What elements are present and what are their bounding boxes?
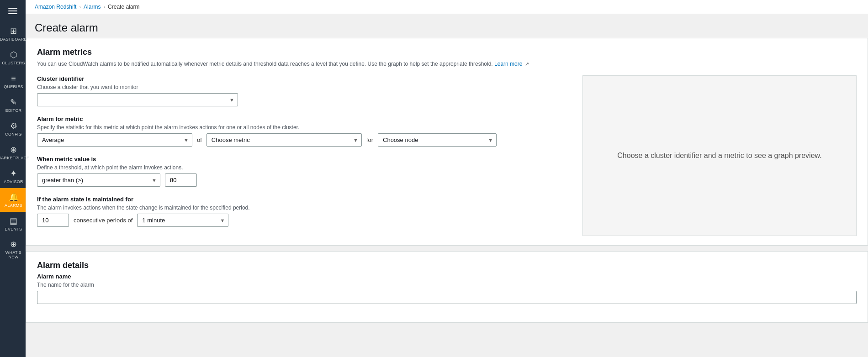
breadcrumb-current: Create alarm <box>108 4 139 10</box>
cluster-identifier-select[interactable] <box>37 93 238 106</box>
when-metric-label: When metric value is <box>37 156 573 163</box>
graph-placeholder-text: Choose a cluster identifier and a metric… <box>617 152 821 160</box>
when-metric-group: When metric value is Define a threshold,… <box>37 156 573 187</box>
metrics-layout: Cluster identifier Choose a cluster that… <box>37 75 857 236</box>
sidebar: ⊞ DASHBOARD ⬡ CLUSTERS ≡ QUERIES ✎ EDITO… <box>0 0 26 357</box>
statistic-wrapper: Average ▼ <box>37 133 192 147</box>
page-title: Create alarm <box>35 21 859 34</box>
breadcrumb-separator-1: › <box>79 4 81 10</box>
for-label: for <box>366 136 373 143</box>
alarm-for-metric-label: Alarm for metric <box>37 116 573 122</box>
alarm-state-group: If the alarm state is maintained for The… <box>37 196 573 227</box>
external-link-icon: ↗ <box>525 61 529 67</box>
alarm-name-label: Alarm name <box>37 273 857 280</box>
condition-select[interactable]: greater than (>) greater than or equal (… <box>37 173 160 187</box>
sidebar-item-clusters[interactable]: ⬡ CLUSTERS <box>0 46 26 69</box>
metric-wrapper: Choose metric ▼ <box>206 133 362 147</box>
sidebar-item-queries[interactable]: ≡ QUERIES <box>0 69 26 93</box>
sidebar-item-label: EVENTS <box>5 227 22 231</box>
sidebar-item-whats-new[interactable]: ⊕ WHAT'S NEW <box>0 236 26 263</box>
sidebar-item-marketplace[interactable]: ⊛ MARKETPLACE <box>0 141 26 164</box>
periods-input[interactable] <box>37 214 69 227</box>
graph-preview: Choose a cluster identifier and a metric… <box>582 75 857 236</box>
metric-row: Average ▼ of Choose metric ▼ for <box>37 133 573 147</box>
clusters-icon: ⬡ <box>10 50 17 60</box>
alarm-name-input[interactable] <box>37 291 857 304</box>
node-wrapper: Choose node ▼ <box>378 133 497 147</box>
of-label: of <box>197 136 202 143</box>
main-content: Amazon Redshift › Alarms › Create alarm … <box>26 0 868 357</box>
sidebar-item-editor[interactable]: ✎ EDITOR <box>0 93 26 117</box>
node-select[interactable]: Choose node <box>378 133 497 147</box>
alarm-metrics-desc: You can use CloudWatch alarms to be noti… <box>37 60 857 68</box>
alarm-details-section: Alarm details Alarm name The name for th… <box>26 251 868 323</box>
when-metric-hint: Define a threshold, at which point the a… <box>37 164 573 171</box>
alarm-state-label: If the alarm state is maintained for <box>37 196 573 203</box>
page-header: Create alarm <box>26 14 868 38</box>
marketplace-icon: ⊛ <box>10 145 17 155</box>
breadcrumb: Amazon Redshift › Alarms › Create alarm <box>26 0 868 14</box>
alarms-icon: 🔔 <box>9 192 19 202</box>
alarm-metrics-section: Alarm metrics You can use CloudWatch ala… <box>26 38 868 246</box>
metric-select[interactable]: Choose metric <box>206 133 362 147</box>
alarm-name-group: Alarm name The name for the alarm <box>37 273 857 304</box>
cluster-identifier-group: Cluster identifier Choose a cluster that… <box>37 75 573 106</box>
breadcrumb-separator-2: › <box>103 4 105 10</box>
advisor-icon: ✦ <box>10 168 17 178</box>
alarm-for-metric-group: Alarm for metric Specify the statistic f… <box>37 116 573 147</box>
condition-wrapper: greater than (>) greater than or equal (… <box>37 173 160 187</box>
sidebar-item-label: DASHBOARD <box>0 37 27 42</box>
config-icon: ⚙ <box>10 121 17 131</box>
consecutive-label: consecutive periods of <box>74 217 132 224</box>
cluster-identifier-hint: Choose a cluster that you want to monito… <box>37 84 573 90</box>
sidebar-item-config[interactable]: ⚙ CONFIG <box>0 117 26 141</box>
sidebar-item-label: WHAT'S NEW <box>2 250 25 259</box>
sidebar-item-dashboard[interactable]: ⊞ DASHBOARD <box>0 22 26 46</box>
sidebar-item-label: QUERIES <box>4 84 23 89</box>
period-wrapper: 1 minute 5 minutes 10 minutes 15 minutes… <box>137 214 228 227</box>
alarm-for-metric-hint: Specify the statistic for this metric at… <box>37 124 573 131</box>
hamburger-icon <box>8 8 17 14</box>
sidebar-item-label: MARKETPLACE <box>0 156 30 160</box>
metrics-left: Cluster identifier Choose a cluster that… <box>37 75 573 236</box>
breadcrumb-alarms[interactable]: Alarms <box>84 4 101 10</box>
statistic-select[interactable]: Average <box>37 133 192 147</box>
value-row: greater than (>) greater than or equal (… <box>37 173 573 187</box>
breadcrumb-amazon-redshift[interactable]: Amazon Redshift <box>35 4 76 10</box>
cluster-identifier-label: Cluster identifier <box>37 75 573 82</box>
sidebar-item-advisor[interactable]: ✦ ADVISOR <box>0 164 26 188</box>
cluster-identifier-wrapper: ▼ <box>37 93 238 106</box>
sidebar-item-label: CONFIG <box>5 132 22 136</box>
sidebar-item-label: ALARMS <box>5 203 22 208</box>
alarm-details-title: Alarm details <box>37 261 857 270</box>
threshold-input[interactable] <box>165 173 197 187</box>
period-row: consecutive periods of 1 minute 5 minute… <box>37 214 573 227</box>
dashboard-icon: ⊞ <box>10 26 17 36</box>
period-select[interactable]: 1 minute 5 minutes 10 minutes 15 minutes… <box>137 214 228 227</box>
sidebar-item-label: ADVISOR <box>4 179 23 184</box>
alarm-state-hint: The alarm invokes actions when the state… <box>37 205 573 211</box>
learn-more-link[interactable]: Learn more <box>494 61 522 67</box>
alarm-name-hint: The name for the alarm <box>37 282 857 288</box>
whats-new-icon: ⊕ <box>10 239 17 249</box>
sidebar-item-alarms[interactable]: 🔔 ALARMS <box>0 188 26 212</box>
sidebar-item-label: CLUSTERS <box>2 61 25 65</box>
events-icon: ▤ <box>10 216 17 226</box>
editor-icon: ✎ <box>10 97 17 107</box>
sidebar-item-events[interactable]: ▤ EVENTS <box>0 212 26 236</box>
alarm-metrics-title: Alarm metrics <box>37 47 857 57</box>
menu-button[interactable] <box>0 0 26 22</box>
queries-icon: ≡ <box>11 74 16 84</box>
sidebar-item-label: EDITOR <box>5 108 22 113</box>
